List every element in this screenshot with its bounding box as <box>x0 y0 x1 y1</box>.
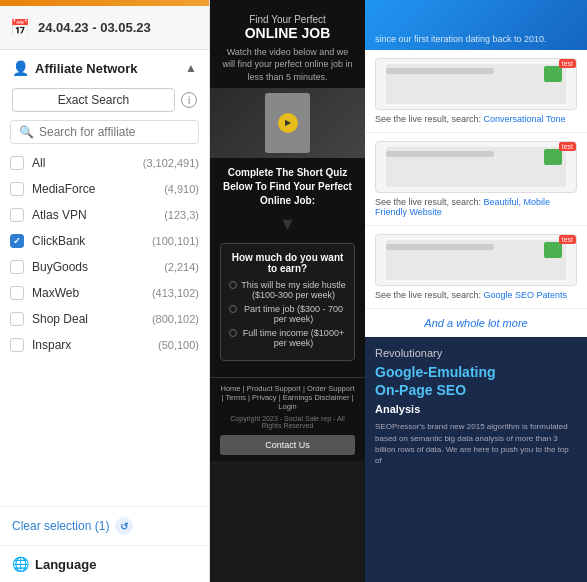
search-field[interactable]: 🔍 <box>10 120 199 144</box>
radio-icon <box>229 329 237 337</box>
result-link-2[interactable]: Beautiful, Mobile Friendly Website <box>375 197 550 217</box>
result-badge-3: test <box>559 235 576 244</box>
checkbox[interactable] <box>10 312 24 326</box>
google-title-line1: Google-Emulating <box>375 364 496 380</box>
list-item[interactable]: Shop Deal(800,102) <box>0 306 209 332</box>
earn-option-item[interactable]: This will be my side hustle ($100-300 pe… <box>229 280 346 300</box>
list-item[interactable]: ClickBank(100,101) <box>0 228 209 254</box>
section-title: Affiliate Network <box>35 61 138 76</box>
exact-search-row: Exact Search i <box>0 84 209 120</box>
online-job-title: ONLINE JOB <box>220 25 355 42</box>
result-badge-1: test <box>559 59 576 68</box>
result-image-3: test <box>375 234 577 286</box>
clear-selection-label: Clear selection (1) <box>12 519 109 533</box>
chevron-up-icon[interactable]: ▲ <box>185 61 197 75</box>
middle-content: Find Your Perfect ONLINE JOB Watch the v… <box>210 0 365 582</box>
list-item[interactable]: BuyGoods(2,214) <box>0 254 209 280</box>
result-1: test See the live result, search: Conver… <box>365 50 587 133</box>
checkbox[interactable] <box>10 286 24 300</box>
affiliate-count: (413,102) <box>152 287 199 299</box>
sub-text: Watch the video below and we will find y… <box>220 46 355 84</box>
affiliate-count: (123,3) <box>164 209 199 221</box>
list-item[interactable]: MediaForce(4,910) <box>0 176 209 202</box>
info-icon[interactable]: i <box>181 92 197 108</box>
result-badge-2: test <box>559 142 576 151</box>
language-label: Language <box>35 557 96 572</box>
list-item[interactable]: All(3,102,491) <box>0 150 209 176</box>
description-text: SEOPressor's brand new 2015 algorithm is… <box>375 421 577 466</box>
analysis-title: Analysis <box>375 403 577 415</box>
find-text: Find Your Perfect <box>220 14 355 25</box>
result-2: test See the live result, search: Beauti… <box>365 133 587 226</box>
globe-icon: 🌐 <box>12 556 29 572</box>
section-header-left: 👤 Affiliate Network <box>12 60 138 76</box>
clear-selection-row[interactable]: Clear selection (1) ↺ <box>0 506 209 545</box>
checkbox[interactable] <box>10 338 24 352</box>
result-label-3: See the live result, search: Google SEO … <box>375 290 577 300</box>
arrow-down-icon: ▼ <box>220 214 355 235</box>
earn-option-item[interactable]: Part time job ($300 - 700 per week) <box>229 304 346 324</box>
right-bottom-section: Revolutionary Google-Emulating On-Page S… <box>365 337 587 582</box>
contact-button[interactable]: Contact Us <box>220 435 355 455</box>
google-title-line2: On-Page SEO <box>375 382 466 398</box>
checkbox[interactable] <box>10 208 24 222</box>
result-img-inner-3 <box>386 240 566 280</box>
left-panel: 📅 24.04.23 - 03.05.23 👤 Affiliate Networ… <box>0 0 210 582</box>
earn-option-label: This will be my side hustle ($100-300 pe… <box>241 280 346 300</box>
earn-question: How much do you want to earn? <box>229 252 346 274</box>
affiliate-count: (4,910) <box>164 183 199 195</box>
affiliate-count: (2,214) <box>164 261 199 273</box>
checkbox[interactable] <box>10 182 24 196</box>
radio-icon <box>229 281 237 289</box>
date-bar[interactable]: 📅 24.04.23 - 03.05.23 <box>0 6 209 50</box>
affiliate-count: (100,101) <box>152 235 199 247</box>
earn-option-item[interactable]: Full time income ($1000+ per week) <box>229 328 346 348</box>
result-image-2: test <box>375 141 577 193</box>
date-range-label: 24.04.23 - 03.05.23 <box>38 20 151 35</box>
radio-icon <box>229 305 237 313</box>
video-placeholder[interactable] <box>210 88 365 158</box>
affiliate-name: Atlas VPN <box>32 208 156 222</box>
affiliate-name: Shop Deal <box>32 312 144 326</box>
google-emulating-title: Google-Emulating On-Page SEO <box>375 363 577 399</box>
right-panel: since our first iteration dating back to… <box>365 0 587 582</box>
result-label-1: See the live result, search: Conversatio… <box>375 114 577 124</box>
checkbox[interactable] <box>10 234 24 248</box>
result-link-1[interactable]: Conversational Tone <box>484 114 566 124</box>
since-text: since our first iteration dating back to… <box>375 34 547 44</box>
result-3: test See the live result, search: Google… <box>365 226 587 309</box>
result-img-inner-1 <box>386 64 566 104</box>
search-input[interactable] <box>39 125 190 139</box>
exact-search-button[interactable]: Exact Search <box>12 88 175 112</box>
search-icon: 🔍 <box>19 125 34 139</box>
checkbox[interactable] <box>10 260 24 274</box>
mid-footer: Home | Product Support | Order Support |… <box>210 377 365 461</box>
right-top-image: since our first iteration dating back to… <box>365 0 587 50</box>
list-item[interactable]: Insparx(50,100) <box>0 332 209 358</box>
result-img-inner-2 <box>386 147 566 187</box>
affiliates-icon: 👤 <box>12 60 29 76</box>
calendar-icon: 📅 <box>10 18 30 37</box>
middle-panel: Find Your Perfect ONLINE JOB Watch the v… <box>210 0 365 582</box>
and-more-label: And a whole lot more <box>365 309 587 337</box>
affiliate-name: MaxWeb <box>32 286 144 300</box>
complete-quiz-text: Complete The Short Quiz Below To Find Yo… <box>220 166 355 208</box>
earn-options: This will be my side hustle ($100-300 pe… <box>229 280 346 348</box>
earn-box: How much do you want to earn? This will … <box>220 243 355 361</box>
affiliate-name: BuyGoods <box>32 260 156 274</box>
checkbox[interactable] <box>10 156 24 170</box>
list-item[interactable]: MaxWeb(413,102) <box>0 280 209 306</box>
affiliate-count: (3,102,491) <box>143 157 199 169</box>
footer-links: Home | Product Support | Order Support |… <box>220 384 355 411</box>
result-link-3[interactable]: Google SEO Patents <box>484 290 568 300</box>
affiliate-name: ClickBank <box>32 234 144 248</box>
footer-copy: Copyright 2023 - Social Sale rep - All R… <box>220 415 355 429</box>
clear-badge: ↺ <box>115 517 133 535</box>
affiliate-network-header: 👤 Affiliate Network ▲ <box>0 50 209 84</box>
affiliate-name: MediaForce <box>32 182 156 196</box>
play-button-icon[interactable] <box>278 113 298 133</box>
affiliate-count: (800,102) <box>152 313 199 325</box>
result-label-2: See the live result, search: Beautiful, … <box>375 197 577 217</box>
list-item[interactable]: Atlas VPN(123,3) <box>0 202 209 228</box>
language-bar: 🌐 Language <box>0 545 209 582</box>
